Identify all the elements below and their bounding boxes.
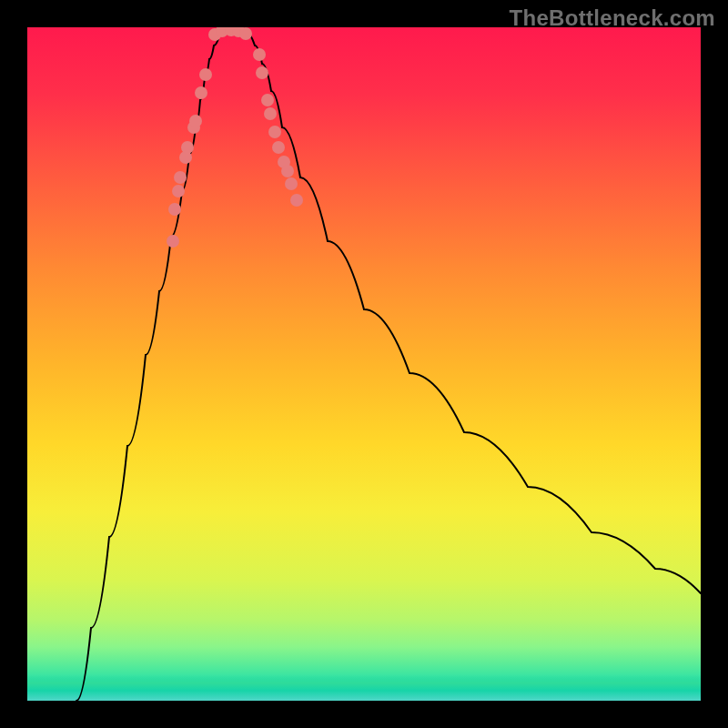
data-dot: [272, 141, 285, 154]
data-dot: [174, 171, 187, 184]
right-curve: [246, 32, 701, 593]
data-dot: [281, 165, 294, 177]
data-dot: [264, 107, 277, 120]
data-dot: [167, 235, 179, 248]
data-dot: [199, 68, 212, 81]
data-dot: [168, 203, 181, 216]
left-curve: [76, 32, 220, 701]
data-dot: [268, 126, 281, 138]
data-dot: [261, 94, 274, 106]
data-dot: [285, 177, 298, 190]
data-dot: [253, 48, 266, 61]
data-dot: [181, 141, 194, 154]
scatter-dots: [167, 27, 303, 248]
data-dot: [256, 66, 268, 79]
data-dot: [189, 115, 202, 127]
chart-frame: TheBottleneck.com: [0, 0, 728, 728]
data-dot: [172, 185, 185, 197]
curves-svg: [27, 27, 701, 701]
data-dot: [290, 194, 303, 207]
data-dot: [195, 86, 207, 99]
data-dot: [239, 27, 252, 40]
plot-area: [27, 27, 701, 701]
